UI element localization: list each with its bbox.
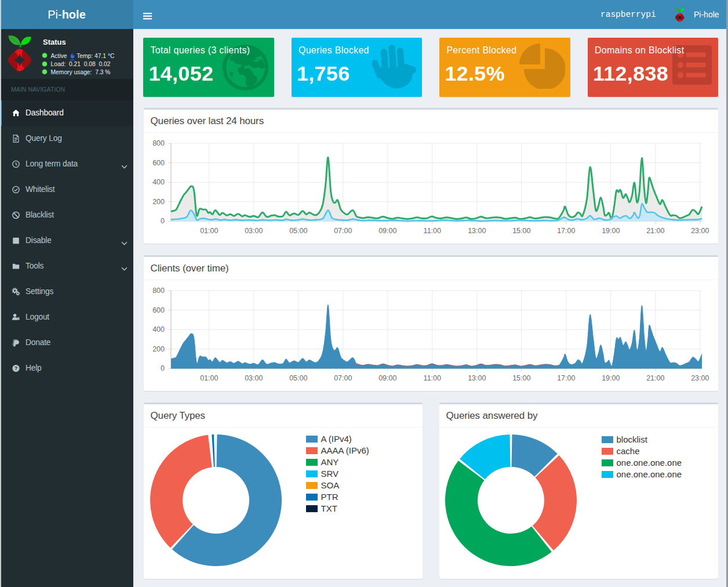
svg-text:?: ? [14,365,18,371]
svg-text:13:00: 13:00 [468,374,486,382]
svg-text:15:00: 15:00 [512,374,530,382]
svg-text:03:00: 03:00 [245,374,263,382]
svg-text:09:00: 09:00 [378,374,396,382]
svg-text:19:00: 19:00 [602,374,620,382]
svg-text:800: 800 [152,287,165,295]
svg-text:13:00: 13:00 [468,227,486,235]
svg-text:17:00: 17:00 [557,227,575,235]
svg-text:400: 400 [152,325,165,334]
svg-text:19:00: 19:00 [602,227,620,235]
svg-text:21:00: 21:00 [646,374,664,382]
svg-text:600: 600 [152,159,165,167]
svg-text:05:00: 05:00 [289,227,307,235]
svg-text:200: 200 [152,345,165,353]
svg-text:0: 0 [161,364,165,372]
svg-text:11:00: 11:00 [423,374,441,382]
svg-text:200: 200 [152,198,165,206]
svg-text:800: 800 [152,139,165,147]
svg-text:23:00: 23:00 [691,374,709,382]
svg-text:09:00: 09:00 [378,227,396,235]
svg-text:01:00: 01:00 [200,227,218,235]
svg-text:600: 600 [152,306,165,314]
svg-text:15:00: 15:00 [512,227,530,235]
svg-text:0: 0 [161,217,165,225]
svg-text:21:00: 21:00 [646,227,664,235]
svg-text:400: 400 [152,178,165,186]
svg-text:23:00: 23:00 [691,227,709,235]
svg-text:05:00: 05:00 [289,374,307,382]
svg-text:07:00: 07:00 [334,374,352,382]
svg-text:03:00: 03:00 [245,227,263,235]
svg-text:17:00: 17:00 [557,374,575,382]
svg-text:01:00: 01:00 [200,374,218,382]
svg-text:07:00: 07:00 [334,227,352,235]
svg-text:11:00: 11:00 [423,227,441,235]
